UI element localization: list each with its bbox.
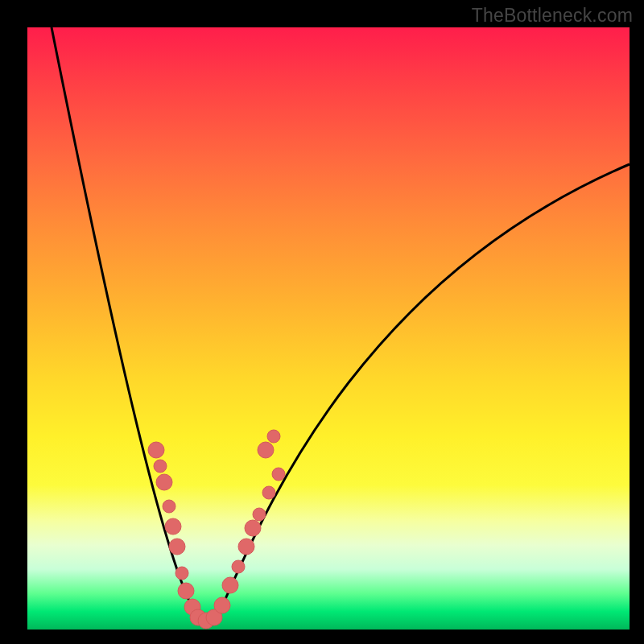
curve-svg	[27, 27, 630, 630]
bottleneck-curve	[52, 27, 630, 617]
watermark-text: TheBottleneck.com	[472, 5, 633, 27]
data-marker	[258, 442, 274, 458]
data-marker	[272, 468, 285, 481]
data-marker	[232, 560, 245, 573]
plot-area	[27, 27, 630, 630]
data-marker	[156, 474, 172, 490]
chart-frame: TheBottleneck.com	[0, 0, 644, 644]
data-marker	[165, 518, 181, 535]
data-marker	[214, 597, 230, 613]
data-marker	[175, 567, 188, 580]
data-marker	[238, 539, 254, 555]
data-marker	[148, 442, 164, 458]
data-marker	[163, 500, 175, 513]
data-marker	[253, 508, 266, 521]
data-marker	[178, 583, 194, 599]
data-marker	[267, 430, 280, 443]
data-marker	[222, 577, 238, 593]
data-marker	[154, 460, 167, 473]
marker-group	[148, 430, 285, 629]
data-marker	[245, 520, 261, 536]
data-marker	[169, 539, 185, 555]
data-marker	[262, 486, 275, 499]
